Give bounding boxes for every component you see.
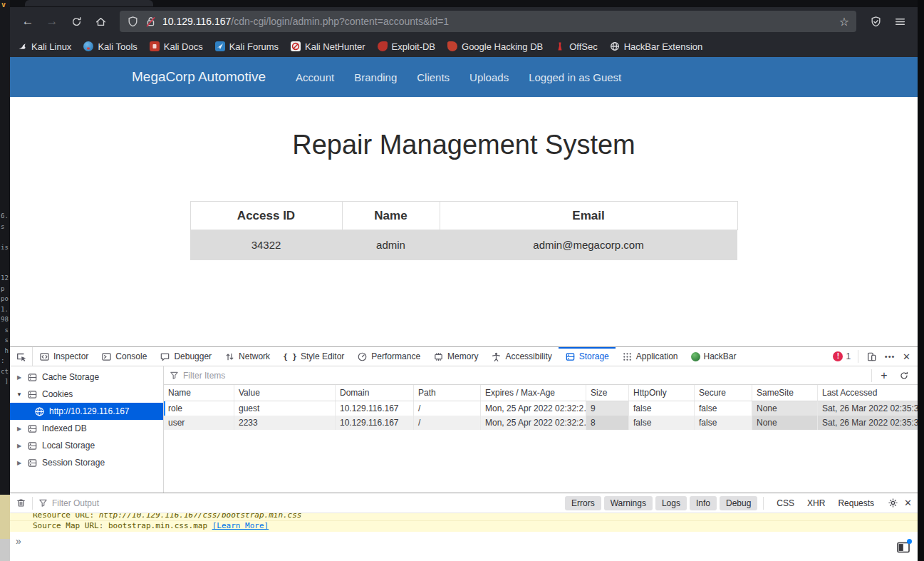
url-bar[interactable]: 10.129.116.167/cdn-cgi/login/admin.php?c… bbox=[120, 11, 856, 32]
tab-accessibility[interactable]: Accessibility bbox=[484, 347, 558, 366]
col-last-accessed[interactable]: Last Accessed bbox=[818, 385, 918, 401]
col-secure[interactable]: Secure bbox=[695, 385, 752, 401]
back-button[interactable]: ← bbox=[17, 11, 38, 31]
sidebar-item-label: Indexed DB bbox=[42, 423, 87, 433]
console-close-button[interactable]: ✕ bbox=[904, 498, 912, 508]
tab-debugger[interactable]: Debugger bbox=[153, 347, 218, 366]
bookmark-kali-nethunter[interactable]: Kali NetHunter bbox=[291, 41, 365, 52]
nav-clients[interactable]: Clients bbox=[407, 71, 460, 83]
accounts-col-access-id: Access ID bbox=[190, 202, 342, 230]
cookie-row-user[interactable]: user 2233 10.129.116.167 / Mon, 25 Apr 2… bbox=[164, 416, 918, 430]
filter-xhr-button[interactable]: XHR bbox=[807, 498, 825, 508]
exploit-db-icon bbox=[378, 41, 388, 51]
bookmark-label: Kali Tools bbox=[98, 41, 137, 52]
cookie-size: 9 bbox=[586, 401, 629, 416]
pick-element-button[interactable] bbox=[10, 347, 33, 366]
filter-warnings-button[interactable]: Warnings bbox=[604, 496, 653, 510]
col-name[interactable]: Name bbox=[164, 385, 234, 401]
refresh-items-button[interactable] bbox=[896, 371, 912, 381]
filter-logs-button[interactable]: Logs bbox=[655, 496, 687, 510]
col-expires[interactable]: Expires / Max-Age bbox=[481, 385, 586, 401]
bookmark-kali-docs[interactable]: Kali Docs bbox=[150, 41, 203, 52]
page-title: Repair Management System bbox=[10, 130, 918, 160]
sidebar-item-cookie-host-selected[interactable]: http://10.129.116.167 bbox=[10, 403, 163, 420]
sidebar-item-indexed-db[interactable]: ▶ Indexed DB bbox=[10, 420, 163, 437]
tab-network[interactable]: Network bbox=[218, 347, 276, 366]
hackbar-icon bbox=[691, 352, 700, 361]
cookie-row-role[interactable]: role guest 10.129.116.167 / Mon, 25 Apr … bbox=[164, 401, 918, 416]
bookmark-hackbar-extension[interactable]: HackBar Extension bbox=[610, 41, 703, 52]
sidebar-item-label: Local Storage bbox=[42, 441, 95, 451]
col-value[interactable]: Value bbox=[234, 385, 336, 401]
nav-branding[interactable]: Branding bbox=[344, 71, 407, 83]
bookmark-exploit-db[interactable]: Exploit-DB bbox=[378, 41, 435, 52]
filter-debug-button[interactable]: Debug bbox=[720, 496, 757, 510]
reload-button[interactable] bbox=[66, 11, 87, 31]
tab-label: Performance bbox=[371, 351, 420, 361]
tracking-protection-button[interactable] bbox=[865, 11, 886, 31]
insecure-lock-icon[interactable] bbox=[145, 16, 157, 28]
filter-info-button[interactable]: Info bbox=[690, 496, 717, 510]
tab-storage[interactable]: Storage bbox=[559, 347, 616, 366]
devtools-meatball-menu[interactable]: ••• bbox=[884, 351, 896, 362]
filter-errors-button[interactable]: Errors bbox=[565, 496, 601, 510]
chevron-right-icon[interactable]: ▶ bbox=[16, 426, 23, 432]
bookmarks-bar: Kali Linux Kali Tools Kali Docs Kali For… bbox=[10, 36, 918, 57]
site-brand[interactable]: MegaCorp Automotive bbox=[132, 69, 266, 85]
error-count-badge[interactable]: ! 1 bbox=[833, 351, 851, 361]
bookmark-kali-linux[interactable]: Kali Linux bbox=[17, 41, 71, 52]
background-terminal-strip: v 6. s is 12 p po 1. 98 s s h : ct ] bbox=[0, 0, 10, 561]
bookmark-label: Kali Forums bbox=[229, 41, 279, 52]
bookmark-kali-tools[interactable]: Kali Tools bbox=[83, 41, 137, 52]
background-right-strip bbox=[918, 0, 924, 561]
nav-logged-in-as-guest[interactable]: Logged in as Guest bbox=[519, 71, 631, 83]
chevron-right-icon[interactable]: ▶ bbox=[16, 374, 23, 381]
sidebar-item-local-storage[interactable]: ▶ Local Storage bbox=[10, 437, 163, 454]
chevron-right-icon[interactable]: ▶ bbox=[16, 460, 23, 466]
tab-application[interactable]: Application bbox=[616, 347, 685, 366]
console-settings-gear-icon[interactable] bbox=[887, 498, 898, 509]
responsive-design-mode-button[interactable] bbox=[866, 351, 877, 362]
col-samesite[interactable]: SameSite bbox=[752, 385, 818, 401]
chevron-down-icon[interactable]: ▼ bbox=[16, 391, 23, 398]
bookmark-star-icon[interactable]: ☆ bbox=[839, 15, 849, 29]
devtools-close-button[interactable]: ✕ bbox=[903, 351, 910, 362]
tab-performance[interactable]: Performance bbox=[351, 347, 427, 366]
tab-inspector[interactable]: Inspector bbox=[33, 347, 95, 366]
chevron-right-icon[interactable]: ▶ bbox=[16, 443, 23, 449]
error-icon: ! bbox=[833, 351, 843, 361]
filter-requests-button[interactable]: Requests bbox=[838, 498, 874, 508]
col-domain[interactable]: Domain bbox=[336, 385, 414, 401]
console-input-row[interactable]: » bbox=[10, 532, 918, 561]
sidebar-item-cache-storage[interactable]: ▶ Cache Storage bbox=[10, 369, 163, 386]
inspector-icon bbox=[39, 351, 50, 362]
tab-memory[interactable]: Memory bbox=[427, 347, 484, 366]
tab-hackbar[interactable]: HackBar bbox=[685, 347, 743, 366]
tab-label: Memory bbox=[447, 351, 478, 361]
filter-output-input[interactable] bbox=[52, 498, 237, 508]
forward-button[interactable]: → bbox=[41, 11, 63, 31]
editor-mode-toggle-button[interactable] bbox=[896, 541, 910, 554]
nav-uploads[interactable]: Uploads bbox=[460, 71, 519, 83]
debugger-icon bbox=[160, 351, 170, 362]
col-httponly[interactable]: HttpOnly bbox=[629, 385, 695, 401]
tab-console[interactable]: Console bbox=[95, 347, 153, 366]
menu-button[interactable] bbox=[889, 11, 910, 31]
filter-css-button[interactable]: CSS bbox=[777, 498, 794, 508]
col-path[interactable]: Path bbox=[414, 385, 481, 401]
learn-more-link[interactable]: [Learn More] bbox=[212, 521, 269, 530]
col-size[interactable]: Size bbox=[586, 385, 629, 401]
sidebar-item-cookies[interactable]: ▼ Cookies bbox=[10, 386, 163, 403]
shield-icon[interactable] bbox=[127, 16, 139, 28]
bookmark-google-hacking-db[interactable]: Google Hacking DB bbox=[447, 41, 543, 52]
bookmark-kali-forums[interactable]: Kali Forums bbox=[215, 41, 279, 52]
warning-message-source-map: Source Map URL: bootstrap.min.css.map [L… bbox=[10, 520, 918, 531]
nav-account[interactable]: Account bbox=[286, 71, 344, 83]
filter-items-input[interactable] bbox=[183, 371, 867, 381]
sidebar-item-session-storage[interactable]: ▶ Session Storage bbox=[10, 454, 163, 471]
clear-console-button[interactable] bbox=[16, 498, 26, 508]
tab-style-editor[interactable]: { } Style Editor bbox=[276, 347, 351, 366]
bookmark-offsec[interactable]: OffSec bbox=[555, 41, 598, 52]
add-item-button[interactable]: + bbox=[876, 369, 892, 382]
home-button[interactable] bbox=[90, 11, 111, 31]
